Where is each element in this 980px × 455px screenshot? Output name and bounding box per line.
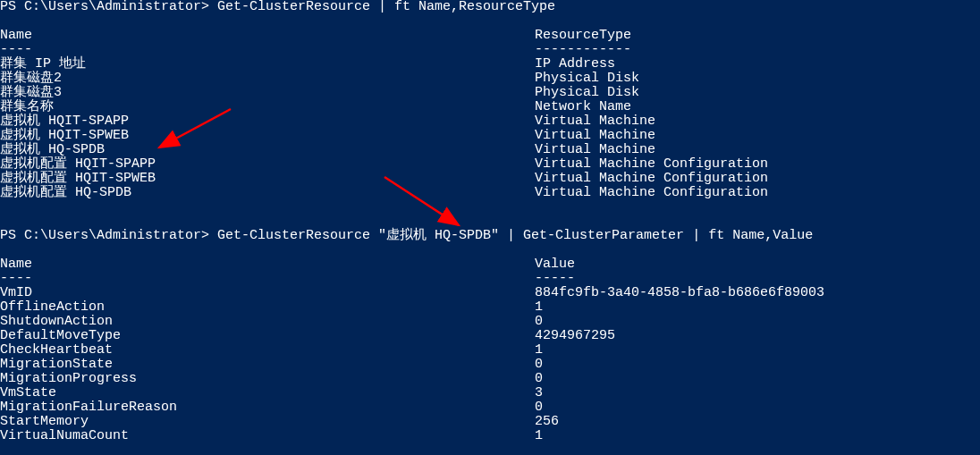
terminal-row: --------- (0, 272, 980, 286)
terminal-row: 虚拟机配置 HQ-SPDBVirtual Machine Configurati… (0, 186, 980, 200)
resource-type-cell: Physical Disk (535, 72, 639, 86)
terminal-row: 群集 IP 地址IP Address (0, 57, 980, 72)
terminal-row: 虚拟机配置 HQIT-SPAPPVirtual Machine Configur… (0, 157, 980, 172)
command-text: Get-ClusterResource | ft Name,ResourceTy… (217, 0, 555, 14)
col-header-name: Name (0, 257, 32, 272)
resource-name-cell: 虚拟机配置 HQIT-SPAPP (0, 156, 156, 172)
param-value-cell: 0 (535, 400, 543, 415)
terminal-row: 群集磁盘2Physical Disk (0, 72, 980, 86)
resource-type-cell: Network Name (535, 100, 631, 114)
param-name-cell: OfflineAction (0, 299, 105, 315)
param-name-cell: MigrationProgress (0, 371, 137, 386)
col-underline: ------------ (535, 43, 631, 57)
terminal-row: ShutdownAction0 (0, 315, 980, 329)
param-name-cell: ShutdownAction (0, 314, 113, 329)
resource-name-cell: 虚拟机 HQIT-SPWEB (0, 128, 129, 143)
param-value-cell: 0 (535, 358, 543, 372)
col-header-name: Name (0, 28, 32, 43)
col-header-value: Value (535, 257, 575, 272)
terminal-row: 虚拟机 HQ-SPDBVirtual Machine (0, 143, 980, 157)
terminal-row: VmID884fc9fb-3a40-4858-bfa8-b686e6f89003 (0, 286, 980, 300)
blank-line (0, 243, 980, 257)
param-value-cell: 884fc9fb-3a40-4858-bfa8-b686e6f89003 (535, 286, 824, 300)
col-underline: ----- (535, 272, 575, 286)
col-header-type: ResourceType (535, 29, 631, 43)
param-value-cell: 1 (535, 343, 543, 358)
terminal-row: 虚拟机 HQIT-SPAPPVirtual Machine (0, 114, 980, 129)
param-name-cell: VirtualNumaCount (0, 428, 129, 443)
terminal-row: VmState3 (0, 386, 980, 400)
col-underline: ---- (0, 271, 32, 286)
param-value-cell: 0 (535, 315, 543, 329)
command-text: Get-ClusterResource "虚拟机 HQ-SPDB" | Get-… (217, 228, 813, 243)
resource-type-cell: Virtual Machine (535, 129, 655, 143)
terminal-row: MigrationState0 (0, 358, 980, 372)
terminal-row: DefaultMoveType4294967295 (0, 329, 980, 343)
terminal-row: NameResourceType (0, 29, 980, 43)
terminal-row: VirtualNumaCount1 (0, 429, 980, 443)
prompt: PS C:\Users\Administrator> (0, 228, 217, 243)
param-name-cell: CheckHeartbeat (0, 342, 113, 358)
param-name-cell: VmState (0, 385, 56, 400)
terminal-row: OfflineAction1 (0, 300, 980, 315)
param-name-cell: VmID (0, 285, 32, 300)
param-value-cell: 4294967295 (535, 329, 615, 343)
param-value-cell: 256 (535, 415, 559, 429)
prompt: PS C:\Users\Administrator> (0, 0, 217, 14)
resource-name-cell: 虚拟机配置 HQ-SPDB (0, 185, 131, 200)
terminal-row: 群集磁盘3Physical Disk (0, 86, 980, 100)
blank-line (0, 14, 980, 29)
terminal-row: NameValue (0, 257, 980, 272)
resource-name-cell: 虚拟机 HQIT-SPAPP (0, 114, 129, 129)
terminal-row: 虚拟机 HQIT-SPWEBVirtual Machine (0, 129, 980, 143)
param-value-cell: 1 (535, 429, 543, 443)
resource-name-cell: 群集名称 (0, 99, 54, 114)
resource-type-cell: IP Address (535, 57, 615, 72)
param-name-cell: MigrationFailureReason (0, 400, 177, 415)
col-underline: ---- (0, 42, 32, 57)
terminal-row: CheckHeartbeat1 (0, 343, 980, 358)
powershell-terminal[interactable]: PS C:\Users\Administrator> Get-ClusterRe… (0, 0, 980, 443)
param-value-cell: 3 (535, 386, 543, 400)
resource-name-cell: 虚拟机 HQ-SPDB (0, 142, 105, 157)
resource-name-cell: 虚拟机配置 HQIT-SPWEB (0, 171, 156, 186)
resource-type-cell: Virtual Machine Configuration (535, 186, 768, 200)
resource-type-cell: Virtual Machine Configuration (535, 157, 768, 172)
command-line-1: PS C:\Users\Administrator> Get-ClusterRe… (0, 0, 980, 14)
terminal-row: MigrationProgress0 (0, 372, 980, 386)
resource-type-cell: Virtual Machine (535, 143, 655, 157)
param-value-cell: 0 (535, 372, 543, 386)
param-value-cell: 1 (535, 300, 543, 315)
resource-name-cell: 群集磁盘3 (0, 85, 62, 100)
resource-name-cell: 群集磁盘2 (0, 71, 62, 86)
param-name-cell: DefaultMoveType (0, 328, 121, 343)
terminal-row: ---------------- (0, 43, 980, 57)
terminal-row: 虚拟机配置 HQIT-SPWEBVirtual Machine Configur… (0, 172, 980, 186)
terminal-row: MigrationFailureReason0 (0, 400, 980, 415)
resource-type-cell: Virtual Machine Configuration (535, 172, 768, 186)
resource-type-cell: Physical Disk (535, 86, 639, 100)
blank-line (0, 200, 980, 215)
resource-name-cell: 群集 IP 地址 (0, 56, 86, 72)
command-line-2: PS C:\Users\Administrator> Get-ClusterRe… (0, 229, 980, 243)
terminal-row: StartMemory256 (0, 415, 980, 429)
resource-type-cell: Virtual Machine (535, 114, 655, 129)
param-name-cell: MigrationState (0, 357, 113, 372)
blank-line (0, 215, 980, 229)
terminal-row: 群集名称Network Name (0, 100, 980, 114)
param-name-cell: StartMemory (0, 414, 89, 429)
